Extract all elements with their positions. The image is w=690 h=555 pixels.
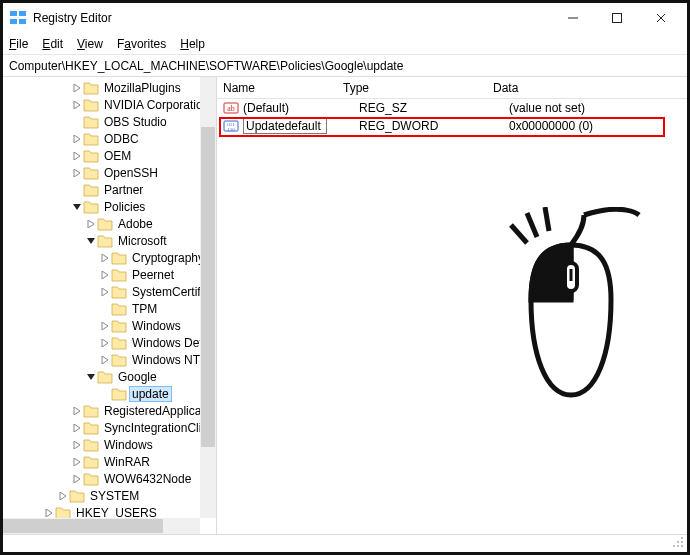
column-header-name[interactable]: Name — [217, 81, 337, 95]
tree-item-label[interactable]: TPM — [130, 302, 159, 316]
tree-item[interactable]: SyncIntegrationClient — [3, 419, 216, 436]
svg-point-22 — [673, 545, 675, 547]
tree-item[interactable]: RegisteredApplication — [3, 402, 216, 419]
tree-item-label[interactable]: Windows — [130, 319, 183, 333]
tree-item-label[interactable]: Microsoft — [116, 234, 169, 248]
value-name-cell[interactable] — [241, 118, 353, 134]
tree-item[interactable]: OEM — [3, 147, 216, 164]
chevron-right-icon[interactable] — [99, 283, 111, 300]
tree-item-label[interactable]: Adobe — [116, 217, 155, 231]
tree-item-label[interactable]: SYSTEM — [88, 489, 141, 503]
svg-point-20 — [677, 541, 679, 543]
chevron-right-icon[interactable] — [71, 96, 83, 113]
tree-item-label[interactable]: OEM — [102, 149, 133, 163]
tree-item-label[interactable]: WinRAR — [102, 455, 152, 469]
tree-item[interactable]: Windows NT — [3, 351, 216, 368]
tree-item-label[interactable]: Cryptography — [130, 251, 206, 265]
menu-edit[interactable]: Edit — [42, 37, 63, 51]
menu-favorites[interactable]: Favorites — [117, 37, 166, 51]
tree-item[interactable]: Windows — [3, 317, 216, 334]
chevron-right-icon[interactable] — [71, 79, 83, 96]
tree-item[interactable]: NVIDIA Corporation — [3, 96, 216, 113]
chevron-right-icon[interactable] — [71, 164, 83, 181]
tree-item[interactable]: ODBC — [3, 130, 216, 147]
titlebar[interactable]: Registry Editor — [3, 3, 687, 33]
chevron-down-icon[interactable] — [85, 232, 97, 249]
chevron-right-icon[interactable] — [99, 266, 111, 283]
tree-item[interactable]: WinRAR — [3, 453, 216, 470]
chevron-right-icon[interactable] — [99, 351, 111, 368]
value-name-cell[interactable]: (Default) — [241, 101, 353, 115]
chevron-right-icon[interactable] — [71, 436, 83, 453]
value-rename-input[interactable] — [243, 118, 327, 134]
tree-item[interactable]: SYSTEM — [3, 487, 216, 504]
tree-item-label[interactable]: update — [130, 387, 171, 401]
chevron-right-icon[interactable] — [99, 334, 111, 351]
tree-horizontal-scrollbar[interactable] — [3, 518, 200, 534]
tree-item-label[interactable]: WOW6432Node — [102, 472, 193, 486]
tree-item-label[interactable]: MozillaPlugins — [102, 81, 183, 95]
chevron-right-icon[interactable] — [57, 487, 69, 504]
column-header-type[interactable]: Type — [337, 81, 487, 95]
tree-item-label[interactable]: Partner — [102, 183, 145, 197]
tree-item-label[interactable]: ODBC — [102, 132, 141, 146]
minimize-button[interactable] — [551, 4, 595, 32]
tree-item[interactable]: Windows Defen — [3, 334, 216, 351]
list-header[interactable]: Name Type Data — [217, 77, 687, 99]
registry-editor-icon — [9, 9, 27, 27]
list-rows: ab(Default)REG_SZ(value not set)011110RE… — [217, 99, 687, 135]
tree-item[interactable]: MozillaPlugins — [3, 79, 216, 96]
tree-item[interactable]: OpenSSH — [3, 164, 216, 181]
tree-item-label[interactable]: Google — [116, 370, 159, 384]
menu-help[interactable]: Help — [180, 37, 205, 51]
value-row[interactable]: ab(Default)REG_SZ(value not set) — [217, 99, 687, 117]
chevron-down-icon[interactable] — [85, 368, 97, 385]
tree-item-label[interactable]: OBS Studio — [102, 115, 169, 129]
chevron-down-icon[interactable] — [71, 198, 83, 215]
resize-grip-icon[interactable] — [672, 536, 684, 548]
tree-item-label[interactable]: Windows — [102, 438, 155, 452]
tree-vertical-scrollbar[interactable] — [200, 77, 216, 518]
tree-item-label[interactable]: Policies — [102, 200, 147, 214]
value-row[interactable]: 011110REG_DWORD0x00000000 (0) — [217, 117, 687, 135]
chevron-right-icon[interactable] — [71, 402, 83, 419]
statusbar — [3, 534, 687, 552]
tree-item[interactable]: WOW6432Node — [3, 470, 216, 487]
column-header-data[interactable]: Data — [487, 81, 687, 95]
tree-item-label[interactable]: OpenSSH — [102, 166, 160, 180]
close-button[interactable] — [639, 4, 683, 32]
tree-spacer — [71, 113, 83, 130]
list-pane[interactable]: Name Type Data ab(Default)REG_SZ(value n… — [217, 77, 687, 534]
chevron-right-icon[interactable] — [71, 419, 83, 436]
chevron-right-icon[interactable] — [99, 249, 111, 266]
tree-item[interactable]: SystemCertifica — [3, 283, 216, 300]
tree-item[interactable]: Microsoft — [3, 232, 216, 249]
tree-item-label[interactable]: Peernet — [130, 268, 176, 282]
chevron-right-icon[interactable] — [71, 130, 83, 147]
tree-item-label[interactable]: NVIDIA Corporation — [102, 98, 211, 112]
chevron-right-icon[interactable] — [71, 453, 83, 470]
tree-item[interactable]: Peernet — [3, 266, 216, 283]
menu-view[interactable]: View — [77, 37, 103, 51]
tree-item[interactable]: Google — [3, 368, 216, 385]
addressbar[interactable]: Computer\HKEY_LOCAL_MACHINE\SOFTWARE\Pol… — [3, 55, 687, 77]
chevron-right-icon[interactable] — [85, 215, 97, 232]
address-path[interactable]: Computer\HKEY_LOCAL_MACHINE\SOFTWARE\Pol… — [9, 59, 681, 73]
maximize-button[interactable] — [595, 4, 639, 32]
chevron-right-icon[interactable] — [71, 147, 83, 164]
tree-item[interactable]: TPM — [3, 300, 216, 317]
chevron-right-icon[interactable] — [71, 470, 83, 487]
tree-item[interactable]: Partner — [3, 181, 216, 198]
tree-pane[interactable]: MozillaPluginsNVIDIA Corporation OBS Stu… — [3, 77, 217, 534]
tree-item-label[interactable]: Windows NT — [130, 353, 202, 367]
tree-item[interactable]: update — [3, 385, 216, 402]
dword-value-icon: 011110 — [223, 118, 239, 134]
menu-file[interactable]: File — [9, 37, 28, 51]
tree[interactable]: MozillaPluginsNVIDIA Corporation OBS Stu… — [3, 79, 216, 521]
tree-item[interactable]: Windows — [3, 436, 216, 453]
chevron-right-icon[interactable] — [99, 317, 111, 334]
tree-item[interactable]: Policies — [3, 198, 216, 215]
tree-item[interactable]: Adobe — [3, 215, 216, 232]
tree-item[interactable]: Cryptography — [3, 249, 216, 266]
tree-item[interactable]: OBS Studio — [3, 113, 216, 130]
